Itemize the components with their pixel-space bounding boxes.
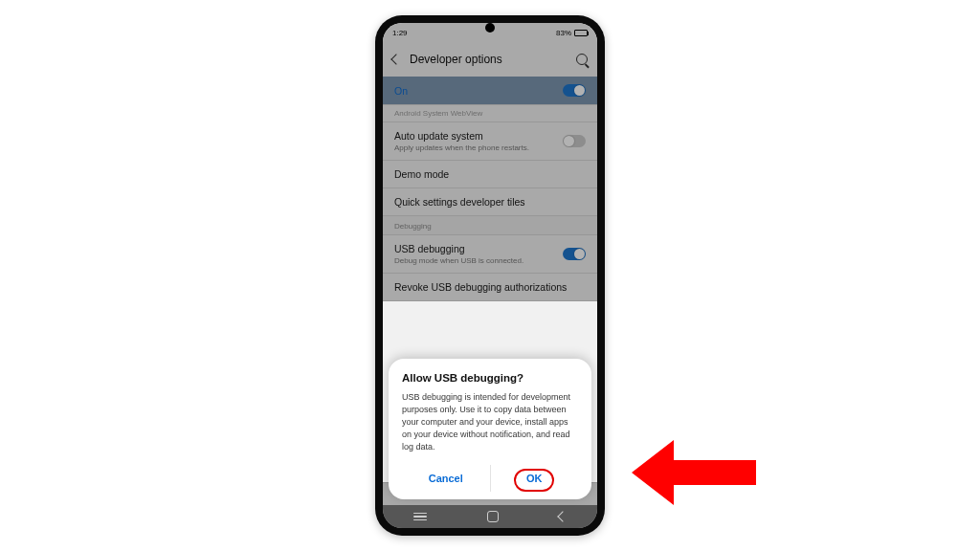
row-auto-update[interactable]: Auto update system Apply updates when th… [383, 122, 597, 161]
master-toggle-label: On [394, 85, 408, 97]
row-auto-update-sub: Apply updates when the phone restarts. [394, 143, 529, 152]
row-qs-label: Quick settings developer tiles [394, 196, 525, 208]
row-webview-label: Android System WebView [394, 109, 482, 118]
back-icon[interactable] [390, 54, 401, 64]
row-auto-update-label: Auto update system [394, 130, 529, 142]
row-usb-sub: Debug mode when USB is connected. [394, 256, 523, 265]
section-debugging: Debugging [383, 216, 597, 235]
phone-screen: 1:29 83% Developer options On An [383, 23, 597, 528]
app-header: Developer options [383, 42, 597, 77]
row-demo-mode[interactable]: Demo mode [383, 161, 597, 188]
row-revoke-usb[interactable]: Revoke USB debugging authorizations [383, 274, 597, 301]
row-usb-debugging[interactable]: USB debugging Debug mode when USB is con… [383, 235, 597, 274]
callout-arrow [632, 440, 756, 494]
search-icon[interactable] [576, 54, 588, 65]
nav-recent-icon[interactable] [413, 513, 427, 521]
cancel-label: Cancel [429, 473, 463, 484]
camera-notch [485, 23, 495, 33]
row-usb-label: USB debugging [394, 243, 523, 254]
nav-back-icon[interactable] [558, 511, 568, 521]
status-time: 1:29 [392, 29, 408, 37]
dialog-body: USB debugging is intended for developmen… [402, 391, 578, 453]
master-toggle-switch[interactable] [563, 84, 586, 97]
cancel-button[interactable]: Cancel [402, 465, 490, 492]
row-qs-tiles[interactable]: Quick settings developer tiles [383, 188, 597, 216]
page-title: Developer options [410, 53, 567, 66]
ok-button[interactable]: OK [491, 465, 579, 492]
nav-home-icon[interactable] [487, 511, 499, 522]
dialog-actions: Cancel OK [402, 465, 578, 492]
auto-update-toggle[interactable] [563, 135, 586, 147]
phone-frame: 1:29 83% Developer options On An [375, 15, 605, 536]
ok-label: OK [526, 473, 543, 484]
master-toggle-row[interactable]: On [383, 77, 597, 105]
status-battery-pct: 83% [556, 29, 571, 37]
settings-list: On Android System WebView Auto update sy… [383, 77, 597, 301]
row-revoke-label: Revoke USB debugging authorizations [394, 281, 567, 293]
battery-icon [574, 30, 588, 36]
usb-debug-toggle[interactable] [563, 248, 586, 260]
row-demo-label: Demo mode [394, 168, 449, 180]
background-dimmed: 1:29 83% Developer options On An [383, 23, 597, 301]
nav-bar [383, 505, 597, 528]
row-webview[interactable]: Android System WebView [383, 105, 597, 122]
usb-debug-dialog: Allow USB debugging? USB debugging is in… [389, 359, 591, 499]
dialog-title: Allow USB debugging? [402, 372, 578, 384]
